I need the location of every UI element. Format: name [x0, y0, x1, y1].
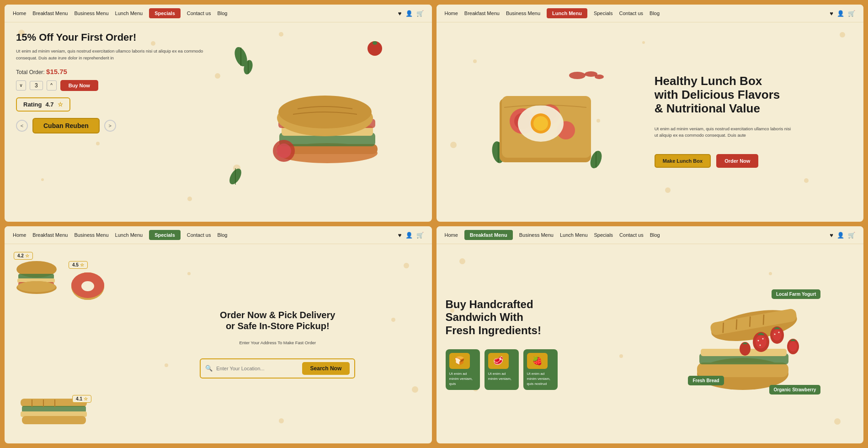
qty-minus[interactable]: v — [16, 80, 26, 91]
nav-business-1[interactable]: Business Menu — [74, 11, 108, 16]
card-text-1: Ut enim ad minim veniam, quis — [449, 371, 476, 387]
nav-business-2[interactable]: Business Menu — [506, 11, 540, 16]
ingredient-card-strawberry: 🍓 Ut enim ad minim veniam, quis nostrud — [523, 349, 558, 390]
cart-icon-2[interactable]: 🛒 — [848, 10, 855, 17]
user-icon-3[interactable]: 👤 — [405, 232, 413, 239]
bread-label: Fresh Bread — [688, 376, 724, 385]
user-icon-2[interactable]: 👤 — [837, 10, 844, 17]
ingredient-cards: 🍞 Ut enim ad minim veniam, quis 🥩 Ut eni… — [446, 349, 650, 390]
screen1-content: 15% Off Your First Order! Ut enim ad min… — [5, 22, 432, 222]
carousel-prev[interactable]: < — [16, 120, 28, 132]
nav-specials-3[interactable]: Specials — [149, 230, 181, 240]
nav-home-3[interactable]: Home — [13, 232, 26, 238]
nav-contact-4[interactable]: Contact us — [619, 232, 644, 238]
leaf-3 — [229, 167, 241, 188]
yogurt-label: Local Farm Yogurt — [772, 289, 820, 299]
nav-icons-2: ♥ 👤 🛒 — [830, 10, 855, 17]
screen1-subtext: Ut enim ad minim veniam, quis nostrud ex… — [16, 48, 216, 61]
screen-2: Home Breakfast Menu Business Menu Lunch … — [437, 5, 864, 222]
toast-svg — [495, 71, 600, 162]
nav-icons-4: ♥ 👤 🛒 — [830, 232, 855, 239]
heart-icon-3[interactable]: ♥ — [398, 232, 402, 239]
buy-now-btn[interactable]: Buy Now — [60, 80, 98, 91]
nav-lunch-1[interactable]: Lunch Menu — [115, 11, 143, 16]
nav-blog-4[interactable]: Blog — [650, 232, 660, 238]
nav-breakfast-1[interactable]: Breakfast Menu — [32, 11, 68, 16]
nav-breakfast-3[interactable]: Breakfast Menu — [32, 232, 68, 238]
screen1-headline: 15% Off Your First Order! — [16, 32, 216, 43]
card-text-3: Ut enim ad minim veniam, quis nostrud — [527, 371, 554, 387]
meat-icon: 🥩 — [488, 353, 509, 369]
ingredient-card-meat: 🥩 Ut enim ad minim veniam, — [485, 349, 519, 390]
screen3-subtext: Enter Your Address To Make Fast Order — [239, 340, 316, 346]
sandwich-strawberry-illustration: Local Farm Yogurt Fresh Bread Organic St… — [683, 280, 820, 408]
nav-blog-2[interactable]: Blog — [650, 11, 660, 16]
cart-icon-1[interactable]: 🛒 — [416, 10, 424, 17]
svg-point-68 — [772, 330, 782, 341]
strawberry-label: Organic Strawberry — [769, 385, 821, 395]
nav-breakfast-2[interactable]: Breakfast Menu — [464, 11, 500, 16]
user-icon-1[interactable]: 👤 — [405, 10, 413, 17]
toast-illustration — [486, 66, 605, 176]
nav-lunch-4[interactable]: Lunch Menu — [560, 232, 588, 238]
nav-home-4[interactable]: Home — [445, 232, 458, 238]
star-icon: ☆ — [58, 101, 63, 108]
food-card-donut: 4.5 ☆ — [69, 265, 107, 305]
nav-contact-2[interactable]: Contact us — [619, 11, 643, 16]
carousel-next[interactable]: > — [104, 120, 116, 132]
screen2-food-area — [446, 27, 645, 215]
nav-business-4[interactable]: Business Menu — [519, 232, 554, 238]
heart-icon-1[interactable]: ♥ — [398, 10, 402, 17]
svg-point-72 — [789, 341, 797, 352]
nav-specials-2[interactable]: Specials — [594, 11, 613, 16]
screen4-left: Buy Handcrafted Sandwich With Fresh Ingr… — [446, 251, 650, 437]
bread-icon: 🍞 — [449, 353, 470, 369]
svg-point-65 — [762, 338, 764, 339]
search-box[interactable]: 🔍 Search Now — [200, 358, 355, 379]
order-now-btn[interactable]: Order Now — [716, 154, 758, 168]
rating-label: Rating — [23, 101, 42, 108]
screen2-headline: Healthy Lunch Box with Delicious Flavors… — [655, 75, 854, 116]
cart-icon-4[interactable]: 🛒 — [848, 232, 855, 239]
heart-icon-4[interactable]: ♥ — [830, 232, 833, 239]
nav-lunch-3[interactable]: Lunch Menu — [115, 232, 143, 238]
nav-business-3[interactable]: Business Menu — [74, 232, 108, 238]
food-card-burger: 4.2 ☆ — [14, 256, 59, 299]
qty-plus[interactable]: ^ — [47, 80, 57, 91]
make-lunch-box-btn[interactable]: Make Lunch Box — [655, 154, 711, 168]
nav-specials-1[interactable]: Specials — [149, 8, 181, 18]
nav-home-1[interactable]: Home — [13, 11, 26, 16]
cart-icon-3[interactable]: 🛒 — [416, 232, 424, 239]
rating-box: Rating 4.7 ☆ — [16, 97, 70, 112]
nav-contact-1[interactable]: Contact us — [187, 11, 211, 16]
nav-specials-4[interactable]: Specials — [594, 232, 613, 238]
svg-point-69 — [774, 333, 776, 335]
food-card-sandwich: 4.1 ☆ — [18, 394, 91, 432]
heart-icon-2[interactable]: ♥ — [830, 10, 833, 17]
svg-point-66 — [760, 344, 761, 346]
screen-1: Home Breakfast Menu Business Menu Lunch … — [5, 5, 432, 222]
nav-contact-3[interactable]: Contact us — [187, 232, 211, 238]
search-now-btn[interactable]: Search Now — [302, 362, 350, 375]
svg-point-63 — [756, 336, 767, 348]
screen2-subtext: Ut enim ad minim veniam, quis nostrud ex… — [655, 126, 792, 139]
qty-value: 3 — [30, 81, 43, 90]
location-input[interactable] — [216, 366, 298, 371]
screen3-content: 4.2 ☆ 4.5 ☆ — [5, 244, 432, 443]
nav-lunch-2[interactable]: Lunch Menu — [547, 8, 587, 18]
nav-bar-3: Home Breakfast Menu Business Menu Lunch … — [5, 226, 432, 244]
screen2-right: Healthy Lunch Box with Delicious Flavors… — [645, 27, 854, 215]
nav-blog-3[interactable]: Blog — [217, 232, 227, 238]
user-icon-4[interactable]: 👤 — [837, 232, 844, 239]
screen2-btn-row: Make Lunch Box Order Now — [655, 154, 854, 168]
screen3-food-items: 4.2 ☆ 4.5 ☆ — [14, 251, 123, 437]
tomato-top — [366, 38, 384, 59]
nav-bar-4: Home Breakfast Menu Business Menu Lunch … — [437, 226, 864, 244]
rating-burger: 4.2 ☆ — [14, 252, 33, 260]
svg-rect-53 — [697, 363, 788, 377]
nav-home-2[interactable]: Home — [445, 11, 458, 16]
screen4-content: Buy Handcrafted Sandwich With Fresh Ingr… — [437, 244, 864, 443]
nav-breakfast-4[interactable]: Breakfast Menu — [464, 230, 513, 240]
nav-blog-1[interactable]: Blog — [217, 11, 227, 16]
svg-point-16 — [277, 144, 291, 158]
